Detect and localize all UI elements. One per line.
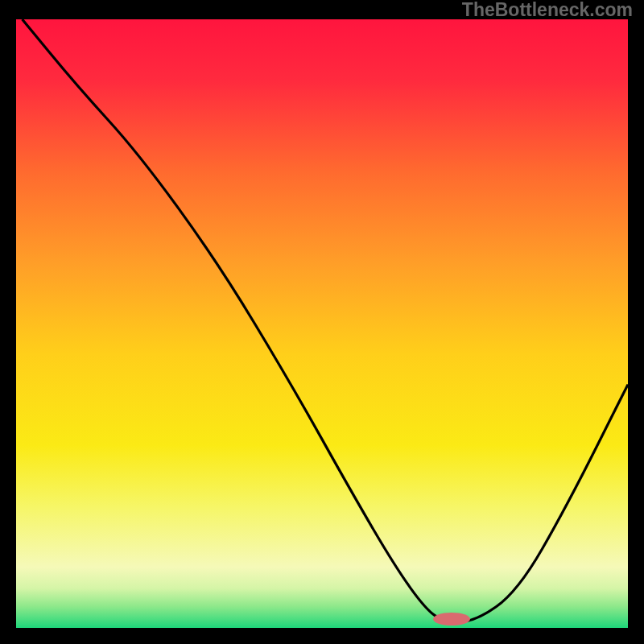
chart-frame: TheBottleneck.com <box>0 0 644 644</box>
watermark-text: TheBottleneck.com <box>462 0 633 21</box>
optimal-marker <box>433 613 470 625</box>
bottleneck-curve <box>23 19 628 621</box>
plot-area <box>16 19 628 628</box>
curve-layer <box>16 19 628 628</box>
